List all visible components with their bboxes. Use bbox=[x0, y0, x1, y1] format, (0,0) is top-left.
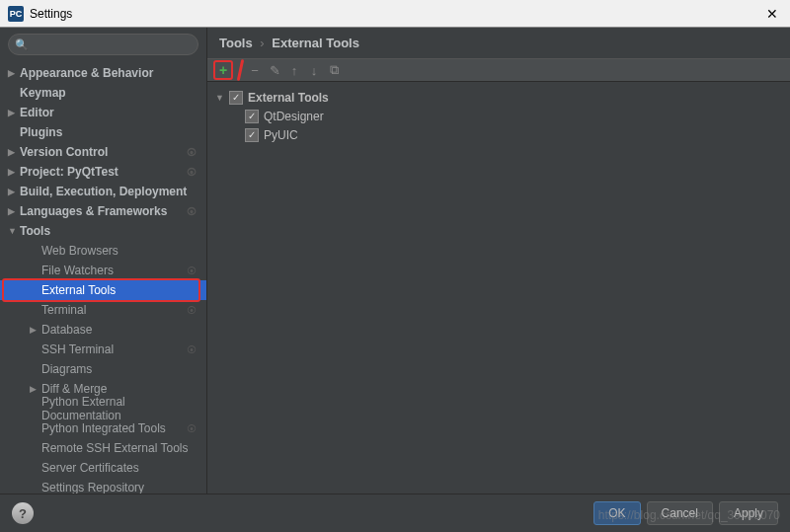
sidebar-item-keymap[interactable]: Keymap bbox=[0, 83, 206, 103]
add-button[interactable]: + bbox=[213, 60, 233, 80]
chevron-icon: ▼ bbox=[8, 226, 20, 236]
app-icon: PC bbox=[8, 6, 24, 22]
external-tool-label: QtDesigner bbox=[264, 110, 324, 123]
sidebar-item-python-external-documentation[interactable]: Python External Documentation bbox=[0, 399, 206, 418]
sidebar-item-label: Diagrams bbox=[41, 362, 206, 376]
scope-badge: ⦿ bbox=[187, 344, 197, 355]
sidebar-item-label: File Watchers bbox=[41, 264, 187, 277]
sidebar-item-remote-ssh-external-tools[interactable]: Remote SSH External Tools bbox=[0, 438, 206, 458]
external-tool-item[interactable]: ✓PyUIC bbox=[215, 125, 782, 144]
sidebar-item-label: Database bbox=[41, 323, 206, 337]
sidebar-item-web-browsers[interactable]: Web Browsers bbox=[0, 241, 206, 261]
search-wrap: 🔍 bbox=[0, 28, 206, 61]
sidebar-item-label: Keymap bbox=[20, 86, 206, 100]
sidebar-item-label: Tools bbox=[20, 224, 206, 238]
sidebar-item-label: Plugins bbox=[20, 125, 206, 139]
external-tool-item[interactable]: ✓QtDesigner bbox=[215, 107, 782, 125]
sidebar-item-label: Diff & Merge bbox=[41, 382, 206, 396]
sidebar-item-ssh-terminal[interactable]: SSH Terminal⦿ bbox=[0, 340, 206, 359]
sidebar-item-label: Web Browsers bbox=[41, 244, 206, 258]
sidebar-item-server-certificates[interactable]: Server Certificates bbox=[0, 458, 206, 478]
sidebar-item-label: External Tools bbox=[41, 283, 206, 297]
chevron-icon: ▶ bbox=[30, 325, 41, 335]
sidebar-item-label: Editor bbox=[20, 106, 206, 119]
scope-badge: ⦿ bbox=[187, 423, 197, 434]
scope-badge: ⦿ bbox=[187, 266, 197, 276]
down-icon[interactable]: ↓ bbox=[305, 61, 323, 79]
copy-icon[interactable]: ⧉ bbox=[325, 61, 343, 79]
sidebar-item-label: Settings Repository bbox=[41, 481, 206, 494]
cancel-button[interactable]: Cancel bbox=[647, 501, 713, 525]
scope-badge: ⦿ bbox=[187, 167, 197, 178]
main-panel: Tools › External Tools + − ✎ ↑ ↓ ⧉ ▼ ✓ E… bbox=[207, 28, 790, 494]
chevron-icon: ▶ bbox=[8, 187, 20, 196]
ok-button[interactable]: OK bbox=[593, 501, 640, 525]
sidebar-item-label: SSH Terminal bbox=[41, 342, 187, 356]
footer: ? OK Cancel Apply bbox=[0, 494, 790, 532]
sidebar-item-build-execution-deployment[interactable]: ▶Build, Execution, Deployment bbox=[0, 182, 206, 201]
chevron-icon: ▶ bbox=[8, 147, 20, 157]
breadcrumb: Tools › External Tools bbox=[207, 28, 790, 58]
external-tools-tree: ▼ ✓ External Tools ✓QtDesigner✓PyUIC bbox=[207, 82, 790, 494]
up-icon[interactable]: ↑ bbox=[285, 61, 303, 79]
external-tools-root-label: External Tools bbox=[248, 91, 329, 105]
settings-tree: ▶Appearance & BehaviorKeymap▶EditorPlugi… bbox=[0, 61, 206, 494]
sidebar-item-label: Project: PyQtTest bbox=[20, 165, 187, 179]
edit-icon[interactable]: ✎ bbox=[266, 61, 283, 79]
sidebar-item-label: Server Certificates bbox=[41, 461, 206, 475]
sidebar-item-python-integrated-tools[interactable]: Python Integrated Tools⦿ bbox=[0, 418, 206, 438]
window-title: Settings bbox=[30, 7, 762, 21]
sidebar-item-label: Terminal bbox=[41, 303, 187, 317]
sidebar-item-project-pyqttest[interactable]: ▶Project: PyQtTest⦿ bbox=[0, 162, 206, 182]
sidebar-item-settings-repository[interactable]: Settings Repository bbox=[0, 478, 206, 494]
sidebar-item-label: Appearance & Behavior bbox=[20, 66, 206, 80]
chevron-icon: ▶ bbox=[30, 384, 41, 394]
help-button[interactable]: ? bbox=[12, 502, 34, 524]
chevron-icon: ▶ bbox=[8, 206, 20, 216]
sidebar-item-diagrams[interactable]: Diagrams bbox=[0, 359, 206, 379]
sidebar-item-languages-frameworks[interactable]: ▶Languages & Frameworks⦿ bbox=[0, 201, 206, 221]
scope-badge: ⦿ bbox=[187, 206, 197, 217]
sidebar-item-version-control[interactable]: ▶Version Control⦿ bbox=[0, 142, 206, 162]
checkbox[interactable]: ✓ bbox=[245, 128, 259, 142]
sidebar-item-tools[interactable]: ▼Tools bbox=[0, 221, 206, 241]
external-tool-label: PyUIC bbox=[264, 128, 298, 142]
sidebar-item-label: Build, Execution, Deployment bbox=[20, 185, 206, 198]
sidebar: 🔍 ▶Appearance & BehaviorKeymap▶EditorPlu… bbox=[0, 28, 207, 494]
search-icon: 🔍 bbox=[15, 38, 29, 51]
chevron-icon: ▶ bbox=[8, 108, 20, 117]
scope-badge: ⦿ bbox=[187, 147, 197, 158]
sidebar-item-terminal[interactable]: Terminal⦿ bbox=[0, 300, 206, 320]
chevron-icon: ▶ bbox=[8, 68, 20, 78]
external-tools-root[interactable]: ▼ ✓ External Tools bbox=[215, 88, 782, 107]
checkbox[interactable]: ✓ bbox=[245, 110, 259, 123]
sidebar-item-plugins[interactable]: Plugins bbox=[0, 122, 206, 142]
sidebar-item-external-tools[interactable]: External Tools bbox=[0, 280, 206, 300]
toolbar: + − ✎ ↑ ↓ ⧉ bbox=[207, 58, 790, 82]
sidebar-item-file-watchers[interactable]: File Watchers⦿ bbox=[0, 261, 206, 280]
breadcrumb-leaf: External Tools bbox=[272, 36, 359, 50]
remove-button[interactable]: − bbox=[246, 61, 264, 79]
chevron-down-icon: ▼ bbox=[215, 93, 229, 103]
sidebar-item-editor[interactable]: ▶Editor bbox=[0, 103, 206, 122]
sidebar-item-label: Version Control bbox=[20, 145, 187, 159]
sidebar-item-appearance-behavior[interactable]: ▶Appearance & Behavior bbox=[0, 63, 206, 83]
annotation-mark bbox=[237, 59, 245, 81]
breadcrumb-sep: › bbox=[260, 36, 264, 50]
sidebar-item-label: Languages & Frameworks bbox=[20, 204, 187, 218]
chevron-icon: ▶ bbox=[8, 167, 20, 177]
scope-badge: ⦿ bbox=[187, 305, 197, 316]
close-icon[interactable]: ✕ bbox=[762, 6, 782, 22]
titlebar: PC Settings ✕ bbox=[0, 0, 790, 28]
apply-button[interactable]: Apply bbox=[719, 501, 778, 525]
sidebar-item-label: Python Integrated Tools bbox=[41, 421, 187, 435]
breadcrumb-root: Tools bbox=[219, 36, 253, 50]
checkbox[interactable]: ✓ bbox=[229, 91, 243, 105]
sidebar-item-database[interactable]: ▶Database bbox=[0, 320, 206, 340]
sidebar-item-label: Remote SSH External Tools bbox=[41, 441, 206, 455]
search-input[interactable] bbox=[8, 34, 198, 55]
